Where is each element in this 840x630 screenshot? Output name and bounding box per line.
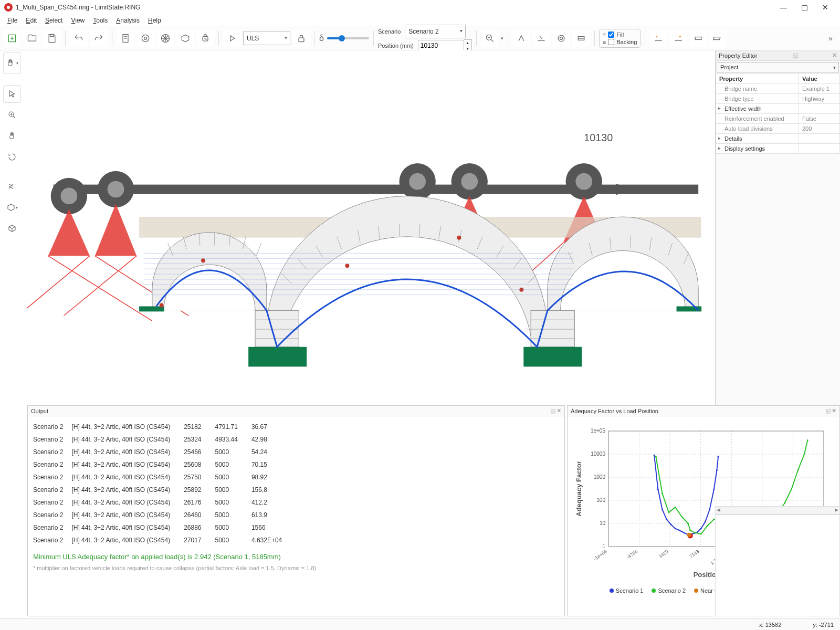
- property-editor-close[interactable]: ✕: [832, 52, 837, 59]
- svg-point-169: [655, 456, 657, 457]
- model-viewport[interactable]: 10130: [27, 50, 714, 388]
- svg-text:7143: 7143: [688, 549, 700, 559]
- property-editor-undock[interactable]: ◱: [792, 52, 797, 59]
- menu-select[interactable]: Select: [41, 15, 67, 26]
- menu-view[interactable]: View: [67, 15, 89, 26]
- property-row[interactable]: Reinforcement enabledFalse: [716, 114, 840, 124]
- svg-point-171: [668, 512, 669, 513]
- pan-tool[interactable]: [3, 127, 21, 145]
- close-button[interactable]: ✕: [815, 0, 836, 15]
- lock-button[interactable]: [292, 29, 310, 47]
- position-spinner[interactable]: ▲▼: [418, 39, 472, 52]
- analysis-mode-select[interactable]: ULS: [243, 32, 290, 45]
- menu-edit[interactable]: Edit: [22, 15, 41, 26]
- output-row: Scenario 2[H] 44t, 3+2 Artic, 40ft ISO (…: [30, 484, 292, 496]
- box3d-tool[interactable]: ▾: [3, 198, 21, 216]
- menu-file[interactable]: File: [3, 15, 22, 26]
- legend-item: Scenario 2: [652, 587, 686, 594]
- wire-tool[interactable]: [3, 219, 21, 237]
- spin-up[interactable]: ▲: [464, 40, 471, 46]
- load-button[interactable]: KG: [196, 29, 214, 47]
- view1-button[interactable]: [649, 29, 667, 47]
- deflection-slider[interactable]: [327, 37, 369, 39]
- svg-rect-105: [523, 347, 582, 367]
- svg-point-167: [716, 469, 718, 471]
- pointer-tool[interactable]: [3, 85, 21, 103]
- svg-line-37: [9, 227, 12, 228]
- svg-point-165: [709, 509, 710, 510]
- highlight2-button[interactable]: [532, 29, 550, 47]
- undo-button[interactable]: [70, 29, 88, 47]
- svg-point-153: [662, 509, 663, 510]
- highlight3-button[interactable]: [552, 29, 570, 47]
- hand-tool[interactable]: ▾: [3, 52, 21, 74]
- property-row[interactable]: Display settings: [716, 144, 840, 154]
- property-row[interactable]: Effective width: [716, 104, 840, 114]
- position-input[interactable]: [418, 40, 464, 51]
- menu-analysis[interactable]: Analysis: [112, 15, 144, 26]
- svg-marker-16: [230, 36, 235, 41]
- property-row[interactable]: Bridge typeHighway: [716, 94, 840, 104]
- svg-point-191: [791, 489, 792, 490]
- maximize-button[interactable]: ▢: [794, 0, 815, 15]
- fill-backing-group: ≡ Fill ≡ Backing: [599, 29, 641, 48]
- highlight1-button[interactable]: [512, 29, 530, 47]
- play-button[interactable]: [223, 29, 241, 47]
- legend-item: Scenario 1: [610, 587, 644, 594]
- redo-button[interactable]: [90, 29, 108, 47]
- svg-point-174: [687, 523, 689, 524]
- wheel-button[interactable]: [156, 29, 174, 47]
- minimize-button[interactable]: —: [773, 0, 794, 15]
- scenario-select[interactable]: Scenario 2: [405, 25, 466, 38]
- svg-point-49: [461, 173, 478, 190]
- select-lines-tool[interactable]: [3, 177, 21, 195]
- svg-point-22: [558, 35, 564, 41]
- align-icon: ≡: [603, 39, 606, 45]
- properties-button[interactable]: [136, 29, 154, 47]
- zoom-tool[interactable]: [3, 106, 21, 124]
- rotate-tool[interactable]: [3, 148, 21, 166]
- new-button[interactable]: [3, 29, 21, 47]
- block-button[interactable]: [176, 29, 194, 47]
- svg-rect-96: [255, 310, 299, 346]
- output-row: Scenario 2[H] 44t, 3+2 Artic, 40ft ISO (…: [30, 458, 292, 471]
- output-row: Scenario 2[H] 44t, 3+2 Artic, 40ft ISO (…: [30, 496, 292, 509]
- svg-point-45: [108, 181, 124, 198]
- result-line: Minimum ULS Adequacy factor* on applied …: [30, 547, 562, 563]
- menu-help[interactable]: Help: [144, 15, 165, 26]
- chart-undock[interactable]: ◱: [825, 407, 831, 414]
- result-footnote: * multiplier on factored vehicle loads r…: [30, 563, 562, 573]
- menu-tools[interactable]: Tools: [89, 15, 112, 26]
- open-button[interactable]: [23, 29, 41, 47]
- property-row[interactable]: Bridge nameExample 1: [716, 84, 840, 94]
- overflow-icon[interactable]: »: [824, 34, 837, 43]
- backing-checkbox[interactable]: ≡ Backing: [603, 39, 637, 45]
- property-row[interactable]: Auto load divisions200: [716, 124, 840, 134]
- property-row[interactable]: Details: [716, 134, 840, 144]
- view2-button[interactable]: [669, 29, 687, 47]
- property-scope-select[interactable]: Project: [717, 62, 839, 72]
- svg-point-27: [679, 36, 681, 37]
- output-close[interactable]: ✕: [556, 407, 561, 414]
- output-row: Scenario 2[H] 44t, 3+2 Artic, 40ft ISO (…: [30, 534, 292, 547]
- chart-close[interactable]: ✕: [832, 407, 836, 414]
- zoom-button[interactable]: [481, 29, 499, 47]
- view3-button[interactable]: [689, 29, 707, 47]
- status-x: x: 13582: [759, 622, 781, 628]
- svg-point-196: [687, 533, 691, 537]
- view4-button[interactable]: [709, 29, 727, 47]
- svg-text:10000: 10000: [591, 451, 605, 457]
- svg-point-109: [201, 258, 205, 262]
- output-row: Scenario 2[H] 44t, 3+2 Artic, 40ft ISO (…: [30, 509, 292, 521]
- highlight4-button[interactable]: [572, 29, 590, 47]
- save-button[interactable]: [43, 29, 61, 47]
- output-undock[interactable]: ◱: [550, 407, 555, 414]
- window-title: 1_Multi_Span_CS454.ring - LimitState:RIN…: [16, 4, 773, 11]
- report-button[interactable]: [117, 29, 134, 47]
- property-hscroll[interactable]: ◀ ▶: [715, 506, 840, 514]
- svg-point-166: [713, 489, 715, 490]
- fill-checkbox[interactable]: ≡ Fill: [603, 32, 637, 38]
- svg-point-7: [142, 35, 149, 41]
- svg-point-163: [700, 528, 702, 529]
- svg-rect-17: [299, 38, 304, 42]
